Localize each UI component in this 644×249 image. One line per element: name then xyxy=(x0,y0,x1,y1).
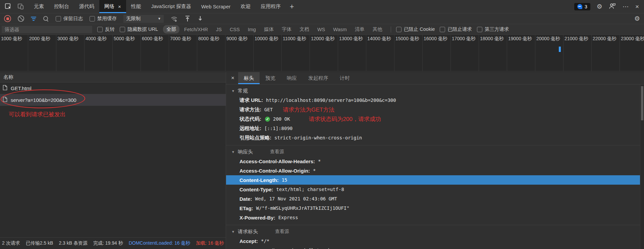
record-network-log-button[interactable] xyxy=(4,15,11,22)
header-row[interactable]: ETag:W/"f-mWSLyqUHRxJrAT3TkIZCIj1OUFI" xyxy=(226,203,644,213)
header-row[interactable]: Access-Control-Allow-Headers:* xyxy=(226,157,644,166)
issues-badge[interactable]: 3 xyxy=(574,3,590,10)
section-header[interactable]: ▼常规 xyxy=(226,86,644,96)
request-row[interactable]: server?a=100&b=200&c=300 xyxy=(0,94,226,106)
header-row[interactable]: Accept-Encoding:gzip, deflate, br xyxy=(226,246,644,249)
detail-scrollbar[interactable] xyxy=(640,84,644,249)
devtools-tab[interactable]: 欢迎 xyxy=(235,0,256,13)
filter-pill[interactable]: 清单 xyxy=(352,25,368,34)
devtools-tab[interactable]: 元素 xyxy=(29,0,49,13)
filter-pill[interactable]: Img xyxy=(245,26,259,33)
header-row[interactable]: Accept:*/* xyxy=(226,236,644,246)
view-source-link[interactable]: 查看源 xyxy=(275,229,289,235)
filter-pill[interactable]: 全部 xyxy=(163,25,179,34)
disable-cache-checkbox[interactable]: 禁用缓存 xyxy=(90,15,117,22)
header-value: strict-origin-when-cross-origin xyxy=(274,135,362,140)
blocked-requests-checkbox[interactable]: 已阻止请求 xyxy=(440,26,472,33)
header-row[interactable]: Date:Wed, 17 Nov 2021 02:43:06 GMT xyxy=(226,194,644,203)
checkbox-icon[interactable] xyxy=(97,27,103,32)
more-options-icon[interactable]: ⋯ xyxy=(623,3,629,10)
devtools-tab[interactable]: JavaScript 探查器 xyxy=(146,0,196,13)
third-party-checkbox[interactable]: 第三方请求 xyxy=(477,26,509,33)
filter-pill[interactable]: JS xyxy=(213,26,225,33)
detail-tab-strip: 标头预览响应发起程序计时 xyxy=(238,72,356,84)
timeline-tick: 19000 毫秒 xyxy=(507,35,535,71)
filter-pill[interactable]: WS xyxy=(314,26,328,33)
network-conditions-icon[interactable] xyxy=(170,15,178,22)
panel-tabs: 元素控制台源代码网络×性能JavaScript 探查器Web Scraper欢迎… xyxy=(29,0,286,13)
import-har-icon[interactable] xyxy=(184,15,191,22)
header-row[interactable]: 状态代码:✓200 OK请求状态码为200，请求成功 xyxy=(226,114,644,124)
header-row[interactable]: Content-Length:15 xyxy=(226,175,644,185)
request-rows: GET.htmlserver?a=100&b=200&c=300 xyxy=(0,82,226,106)
header-row[interactable]: 请求 URL:http://localhost:8090/server?a=10… xyxy=(226,96,644,105)
detail-tab[interactable]: 响应 xyxy=(281,72,303,84)
filter-pill[interactable]: CSS xyxy=(226,26,243,33)
detail-tab[interactable]: 计时 xyxy=(334,72,356,84)
timeline-tick: 5000 毫秒 xyxy=(113,35,141,71)
more-tabs-button[interactable]: + xyxy=(286,0,298,13)
network-settings-gear-icon[interactable]: ⚙ xyxy=(634,15,640,22)
close-detail-icon[interactable]: × xyxy=(227,72,238,84)
checkbox-icon[interactable] xyxy=(396,27,401,32)
devtools-tab[interactable]: Web Scraper xyxy=(196,0,235,13)
scrollbar-thumb[interactable] xyxy=(641,86,643,120)
section-title: 请求标头 xyxy=(238,229,258,235)
timeline-tick-label: 15000 毫秒 xyxy=(395,36,419,41)
inspect-element-icon[interactable] xyxy=(5,3,12,10)
section-header[interactable]: ▼响应头查看源 xyxy=(226,147,644,157)
blocked-cookies-checkbox[interactable]: 已阻止 Cookie xyxy=(396,26,435,33)
timeline-tick: 2000 毫秒 xyxy=(28,35,56,71)
devtools-tab[interactable]: 源代码 xyxy=(74,0,99,13)
filter-toggle-icon[interactable] xyxy=(31,17,36,21)
close-tab-icon[interactable]: × xyxy=(118,4,121,9)
detail-tab[interactable]: 标头 xyxy=(238,72,260,84)
checkbox-icon[interactable] xyxy=(120,27,125,32)
header-row[interactable]: Access-Control-Allow-Origin:* xyxy=(226,166,644,175)
filter-input[interactable] xyxy=(2,26,92,33)
feedback-icon[interactable] xyxy=(609,3,616,11)
header-key: 请求 URL: xyxy=(239,97,263,104)
header-value: 15 xyxy=(282,177,287,183)
detail-tab[interactable]: 预览 xyxy=(260,72,281,84)
preserve-log-checkbox[interactable]: 保留日志 xyxy=(56,15,83,22)
devtools-tab[interactable]: 控制台 xyxy=(49,0,74,13)
devtools-tab[interactable]: 应用程序 xyxy=(256,0,286,13)
filter-pill[interactable]: Fetch/XHR xyxy=(181,26,211,33)
filter-pill[interactable]: 文档 xyxy=(296,25,313,34)
header-value: text/html; charset=utf-8 xyxy=(276,187,344,192)
section-header[interactable]: ▼请求标头查看源 xyxy=(226,227,644,236)
request-row[interactable]: GET.html xyxy=(0,82,226,94)
network-overview-timeline[interactable]: 1000 毫秒2000 毫秒3000 毫秒4000 毫秒5000 毫秒6000 … xyxy=(0,35,644,71)
search-icon[interactable] xyxy=(43,16,49,22)
device-toolbar-icon[interactable] xyxy=(17,3,24,10)
header-row[interactable]: X-Powered-By:Express xyxy=(226,213,644,222)
clear-network-log-icon[interactable] xyxy=(18,15,24,22)
checkbox-icon[interactable] xyxy=(56,16,61,21)
view-source-link[interactable]: 查看源 xyxy=(270,149,284,155)
close-devtools-icon[interactable]: × xyxy=(635,3,639,10)
filter-pill[interactable]: 其他 xyxy=(369,25,386,34)
export-har-icon[interactable] xyxy=(197,15,203,22)
filter-pill[interactable]: 媒体 xyxy=(261,25,277,34)
header-row[interactable]: 远程地址:[::1]:8090 xyxy=(226,124,644,133)
detail-tab[interactable]: 发起程序 xyxy=(303,72,334,84)
filter-pill[interactable]: 字体 xyxy=(278,25,295,34)
header-row[interactable]: 引用站点策略:strict-origin-when-cross-origin xyxy=(226,133,644,142)
file-icon xyxy=(3,85,7,91)
checkbox-icon[interactable] xyxy=(477,27,482,32)
devtools-tab[interactable]: 性能 xyxy=(126,0,146,13)
checkbox-icon[interactable] xyxy=(440,27,445,32)
settings-gear-icon[interactable]: ⚙ xyxy=(597,3,602,10)
header-row[interactable]: Content-Type:text/html; charset=utf-8 xyxy=(226,185,644,194)
invert-filter-checkbox[interactable]: 反转 xyxy=(97,26,115,33)
hide-data-url-checkbox[interactable]: 隐藏数据 URL xyxy=(120,26,158,33)
throttling-select[interactable]: 无限制 ▼ xyxy=(123,15,164,23)
name-column-header[interactable]: 名称 xyxy=(0,72,226,82)
header-row[interactable]: 请求方法:GET请求方法为GET方法 xyxy=(226,105,644,114)
tab-label: 源代码 xyxy=(79,3,94,10)
filter-pill[interactable]: Wasm xyxy=(330,26,350,33)
devtools-tab[interactable]: 网络× xyxy=(99,0,126,13)
tab-label: 控制台 xyxy=(54,3,69,10)
checkbox-icon[interactable] xyxy=(90,16,95,21)
